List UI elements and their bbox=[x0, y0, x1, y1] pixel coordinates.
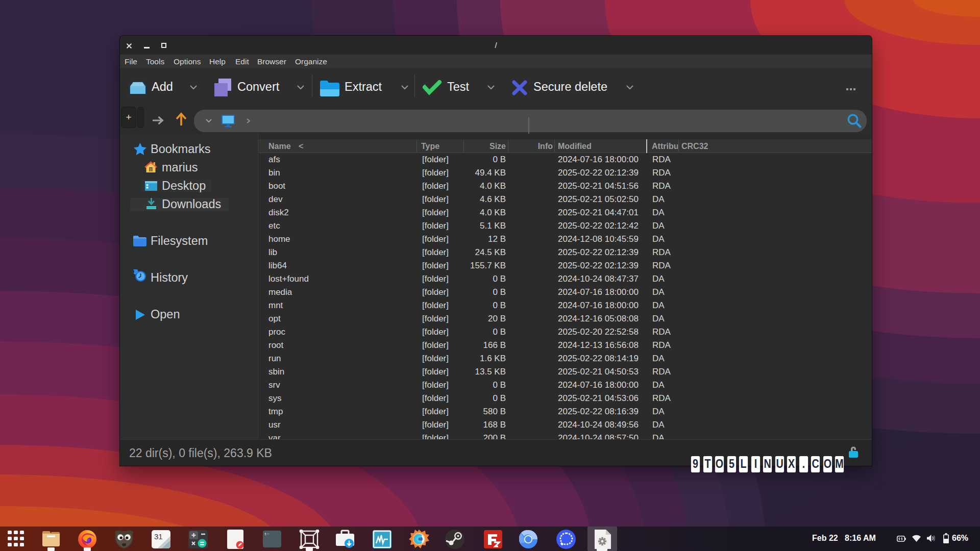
svg-text:31: 31 bbox=[154, 532, 163, 541]
svg-text:t~: t~ bbox=[264, 532, 270, 536]
